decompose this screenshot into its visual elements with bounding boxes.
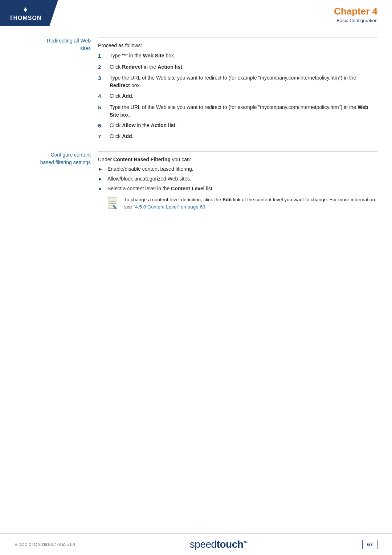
- thomson-logo: ♦ THOMSON: [9, 5, 42, 21]
- bullet-3: ► Select a content level in the Content …: [98, 185, 377, 193]
- bullet-2: ► Allow/block uncategorized Web sites.: [98, 175, 377, 183]
- section-label-configure: Configure content based filtering settin…: [15, 151, 98, 218]
- step-2: 2 Click Redirect in the Action list.: [98, 63, 377, 72]
- note-svg-icon: [107, 197, 119, 210]
- note-box: To change a content level definition, cl…: [107, 196, 377, 211]
- section-configure: Configure content based filtering settin…: [15, 151, 377, 218]
- chapter-word: Chapter: [334, 6, 369, 17]
- page-number: 67: [362, 540, 377, 549]
- steps-list: 1 Type "*" in the Web Site box. 2 Click …: [98, 52, 377, 141]
- svg-rect-0: [108, 197, 117, 208]
- step-3: 3 Type the URL of the Web site you want …: [98, 74, 377, 89]
- under-text: Under Content Based Filtering you can:: [98, 157, 377, 162]
- bullet-1: ► Enable/disable content based filtering…: [98, 165, 377, 173]
- doc-id: E-DOC-CTC-20051017-0151 v1.0: [15, 542, 75, 547]
- brand-logo: speedtouch™: [190, 539, 248, 550]
- step-5: 5 Type the URL of the Web site you want …: [98, 104, 377, 119]
- step-6: 6 Click Allow in the Action list.: [98, 122, 377, 130]
- section-label-redirecting: Redirecting all Web sites: [15, 37, 98, 151]
- brand-tm: ™: [243, 540, 248, 545]
- main-content: Redirecting all Web sites Proceed as fol…: [0, 26, 392, 218]
- chapter-number: 4: [372, 6, 377, 17]
- brand-bold-text: touch: [217, 539, 244, 550]
- brand-light-text: speed: [190, 539, 217, 550]
- section-content-configure: Under Content Based Filtering you can: ►…: [98, 151, 377, 218]
- logo-area: ♦ THOMSON: [0, 0, 58, 26]
- note-text: To change a content level definition, cl…: [124, 196, 377, 211]
- page-header: ♦ THOMSON Chapter 4 Basic Configuration: [0, 0, 392, 26]
- note-link[interactable]: "4.5.8 Content Level" on page 69: [134, 204, 205, 210]
- header-right: Chapter 4 Basic Configuration: [58, 0, 392, 26]
- step-4: 4 Click Add.: [98, 92, 377, 101]
- section-redirecting: Redirecting all Web sites Proceed as fol…: [15, 37, 377, 151]
- chapter-subtitle: Basic Configuration: [336, 18, 377, 23]
- section-content-redirecting: Proceed as follows: 1 Type "*" in the We…: [98, 37, 377, 151]
- step-1: 1 Type "*" in the Web Site box.: [98, 52, 377, 60]
- note-icon: [107, 197, 121, 211]
- thomson-text: THOMSON: [9, 15, 42, 21]
- thomson-icon: ♦: [9, 5, 42, 14]
- page-footer: E-DOC-CTC-20051017-0151 v1.0 speedtouch™…: [0, 533, 392, 555]
- bullet-list: ► Enable/disable content based filtering…: [98, 165, 377, 193]
- step-7: 7 Click Add.: [98, 133, 377, 141]
- proceed-text: Proceed as follows:: [98, 42, 377, 48]
- chapter-label: Chapter 4: [334, 6, 377, 17]
